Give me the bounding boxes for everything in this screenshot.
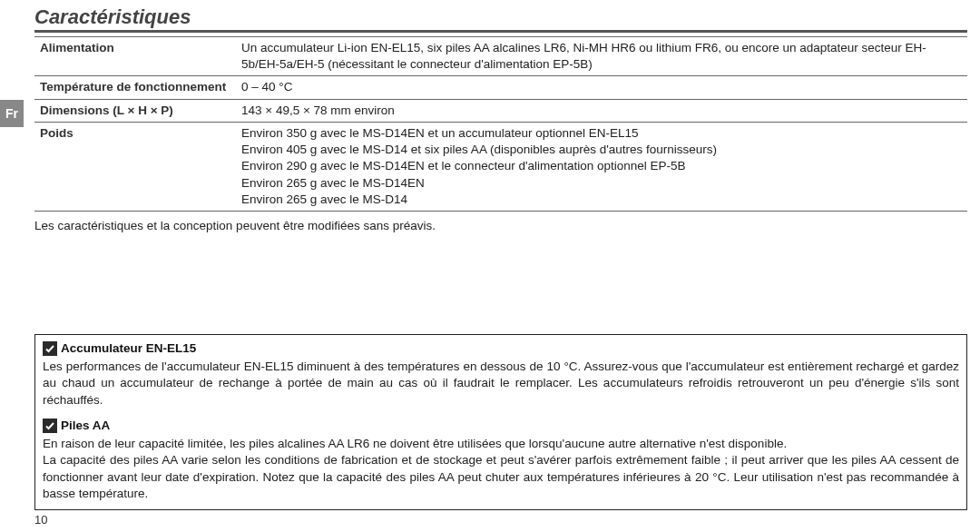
table-row: Température de fonctionnement0 – 40 °C [34,76,967,99]
check-icon [43,419,57,433]
spec-value: Environ 350 g avec le MS-D14EN et un acc… [236,122,967,211]
spec-value: 0 – 40 °C [236,76,967,99]
spec-label: Dimensions (L × H × P) [34,99,236,122]
note-body: En raison de leur capacité limitée, les … [43,436,959,502]
check-icon [43,341,57,356]
spec-label: Poids [34,122,236,211]
table-row: Dimensions (L × H × P)143 × 49,5 × 78 mm… [34,99,967,122]
spec-table: AlimentationUn accumulateur Li-ion EN-EL… [34,36,967,212]
note-heading: Piles AA [43,418,959,434]
manual-page: Fr Caractéristiques AlimentationUn accum… [0,0,980,532]
note-title: Piles AA [61,418,110,434]
spec-label: Alimentation [34,37,236,76]
spec-value: 143 × 49,5 × 78 mm environ [236,99,967,122]
spec-value: Un accumulateur Li-ion EN-EL15, six pile… [236,37,967,76]
note-body: Les performances de l'accumulateur EN-EL… [43,359,959,409]
note-heading: Accumulateur EN-EL15 [43,340,959,357]
section-title: Caractéristiques [34,5,967,33]
language-tab: Fr [0,100,24,127]
notes-box: Accumulateur EN-EL15Les performances de … [34,334,967,510]
spec-table-body: AlimentationUn accumulateur Li-ion EN-EL… [34,37,967,212]
spec-footnote: Les caractéristiques et la conception pe… [34,219,967,232]
table-row: PoidsEnviron 350 g avec le MS-D14EN et u… [34,122,967,211]
page-number: 10 [34,513,47,527]
table-row: AlimentationUn accumulateur Li-ion EN-EL… [34,37,967,76]
note-title: Accumulateur EN-EL15 [61,340,196,357]
spec-label: Température de fonctionnement [34,76,236,99]
